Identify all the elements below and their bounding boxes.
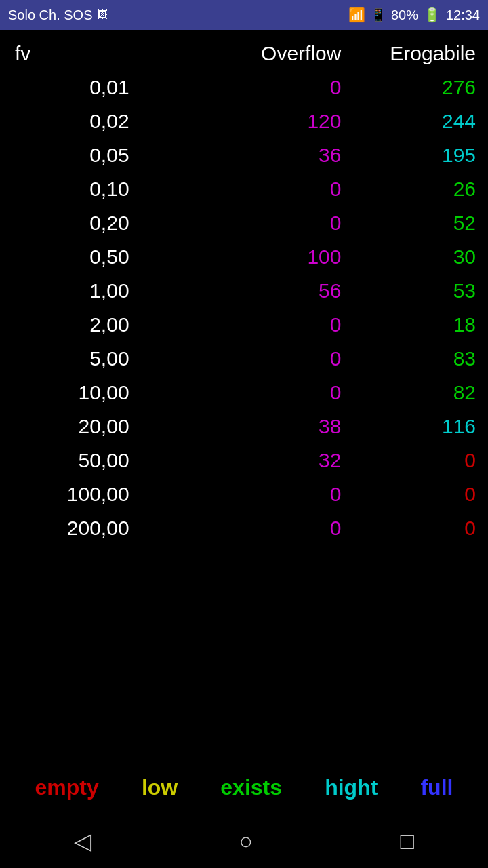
cell-erogabile: 276 — [361, 76, 476, 99]
cell-overflow: 0 — [170, 212, 362, 235]
nav-bar: ◁ ○ □ — [0, 814, 488, 868]
sim-icon: 📱 — [371, 7, 386, 22]
legend: emptylowexistshightfull — [0, 768, 488, 807]
cell-overflow: 32 — [170, 449, 362, 472]
table-row: 50,00320 — [0, 443, 488, 477]
status-left: Solo Ch. SOS 🖼 — [8, 7, 108, 23]
legend-item: hight — [325, 775, 378, 800]
cell-erogabile: 18 — [361, 313, 476, 336]
carrier-icon: 🖼 — [97, 9, 108, 21]
cell-overflow: 0 — [170, 313, 362, 336]
table-row: 100,0000 — [0, 477, 488, 511]
back-button[interactable]: ◁ — [74, 827, 92, 854]
legend-item: low — [142, 775, 178, 800]
cell-erogabile: 116 — [361, 415, 476, 438]
cell-overflow: 36 — [170, 144, 362, 167]
cell-erogabile: 82 — [361, 381, 476, 404]
table-row: 10,00082 — [0, 376, 488, 410]
main-table: fv Overflow Erogabile 0,0102760,02120244… — [0, 30, 488, 545]
cell-fv: 20,00 — [15, 415, 170, 438]
cell-overflow: 0 — [170, 178, 362, 201]
table-row: 5,00083 — [0, 342, 488, 376]
table-row: 1,005653 — [0, 274, 488, 308]
table-body: 0,0102760,021202440,05361950,100260,2005… — [0, 71, 488, 545]
cell-erogabile: 0 — [361, 483, 476, 506]
cell-fv: 5,00 — [15, 347, 170, 370]
table-row: 0,010276 — [0, 71, 488, 104]
cell-fv: 2,00 — [15, 313, 170, 336]
status-right: 📶 📱 80% 🔋 12:34 — [348, 7, 480, 23]
cell-fv: 0,02 — [15, 110, 170, 133]
cell-erogabile: 53 — [361, 279, 476, 302]
recent-button[interactable]: □ — [401, 828, 415, 854]
cell-fv: 10,00 — [15, 381, 170, 404]
cell-overflow: 0 — [170, 381, 362, 404]
cell-fv: 0,20 — [15, 212, 170, 235]
cell-erogabile: 52 — [361, 212, 476, 235]
table-row: 200,0000 — [0, 511, 488, 545]
cell-fv: 1,00 — [15, 279, 170, 302]
legend-item: empty — [35, 775, 99, 800]
home-button[interactable]: ○ — [239, 828, 253, 854]
cell-fv: 0,10 — [15, 178, 170, 201]
battery-icon: 🔋 — [424, 7, 441, 23]
cell-fv: 0,05 — [15, 144, 170, 167]
cell-overflow: 0 — [170, 517, 362, 540]
wifi-icon: 📶 — [348, 7, 365, 23]
cell-erogabile: 195 — [361, 144, 476, 167]
cell-erogabile: 0 — [361, 449, 476, 472]
cell-erogabile: 30 — [361, 245, 476, 269]
table-row: 2,00018 — [0, 308, 488, 342]
carrier-label: Solo Ch. SOS — [8, 7, 93, 23]
table-row: 0,10026 — [0, 172, 488, 206]
cell-erogabile: 26 — [361, 178, 476, 201]
cell-overflow: 120 — [170, 110, 362, 133]
status-bar: Solo Ch. SOS 🖼 📶 📱 80% 🔋 12:34 — [0, 0, 488, 30]
cell-overflow: 0 — [170, 76, 362, 99]
cell-overflow: 38 — [170, 415, 362, 438]
cell-overflow: 0 — [170, 347, 362, 370]
cell-fv: 100,00 — [15, 483, 170, 506]
cell-erogabile: 83 — [361, 347, 476, 370]
header-fv: fv — [15, 42, 170, 65]
table-row: 20,0038116 — [0, 410, 488, 443]
table-header: fv Overflow Erogabile — [0, 37, 488, 71]
legend-item: full — [420, 775, 453, 800]
table-row: 0,02120244 — [0, 104, 488, 138]
cell-erogabile: 0 — [361, 517, 476, 540]
table-row: 0,20052 — [0, 206, 488, 240]
cell-erogabile: 244 — [361, 110, 476, 133]
legend-item: exists — [220, 775, 282, 800]
cell-overflow: 100 — [170, 245, 362, 269]
table-row: 0,5010030 — [0, 240, 488, 274]
cell-fv: 0,50 — [15, 245, 170, 269]
cell-overflow: 0 — [170, 483, 362, 506]
time-label: 12:34 — [446, 7, 480, 23]
header-overflow: Overflow — [170, 42, 362, 65]
cell-overflow: 56 — [170, 279, 362, 302]
cell-fv: 50,00 — [15, 449, 170, 472]
cell-fv: 0,01 — [15, 76, 170, 99]
header-erogabile: Erogabile — [361, 42, 476, 65]
table-row: 0,0536195 — [0, 138, 488, 172]
cell-fv: 200,00 — [15, 517, 170, 540]
battery-label: 80% — [391, 7, 418, 23]
